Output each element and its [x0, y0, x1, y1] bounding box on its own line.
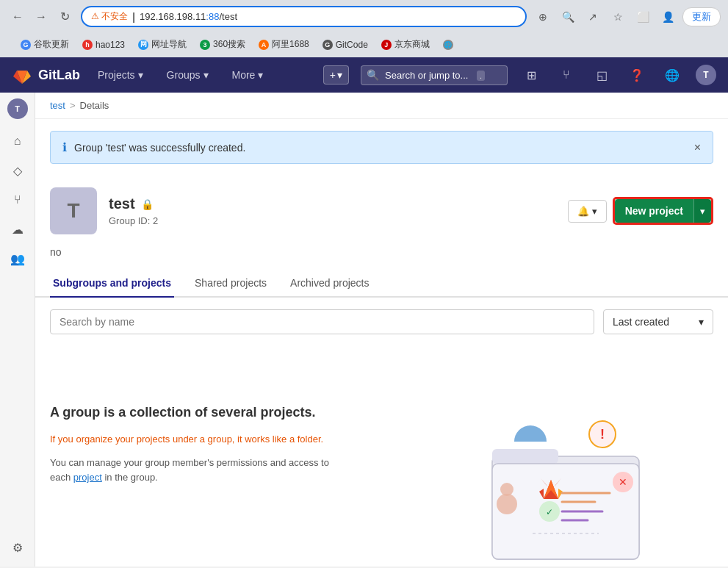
ali-icon: A	[259, 40, 269, 50]
zoom-icon[interactable]: 🔍	[558, 7, 578, 27]
svg-text:✓: ✓	[546, 507, 553, 517]
sort-chevron-icon: ▾	[699, 316, 704, 328]
google-icon: G	[21, 40, 31, 50]
empty-state-subtitle: If you organize your projects under a gr…	[50, 432, 344, 447]
gitlab-logo-icon	[12, 65, 32, 85]
address-separator: |	[132, 11, 135, 23]
svg-text:✕: ✕	[619, 476, 627, 488]
svg-rect-1	[492, 449, 558, 464]
language-icon[interactable]: 🌐	[660, 63, 684, 87]
group-avatar: T	[50, 187, 97, 234]
main-content: test > Details ℹ Group 'test' was succes…	[35, 93, 728, 567]
bookmark-google[interactable]: G 谷歌更新	[15, 36, 75, 53]
wangzhi-icon: 网	[138, 40, 148, 50]
project-link[interactable]: project	[73, 472, 102, 483]
translate-icon[interactable]: ⊕	[533, 7, 553, 27]
chevron-down-icon: ▾	[258, 69, 263, 81]
bookmark-icon[interactable]: ☆	[608, 7, 628, 27]
create-new-button[interactable]: + ▾	[323, 65, 349, 85]
split-view-icon[interactable]: ⬜	[633, 7, 653, 27]
top-navigation: GitLab Projects ▾ Groups ▾ More ▾ + ▾ 🔍 …	[0, 57, 728, 93]
tab-shared-projects[interactable]: Shared projects	[192, 270, 270, 298]
gitcode-icon: G	[322, 40, 333, 50]
tab-archived-projects[interactable]: Archived projects	[287, 270, 372, 298]
info-icon: ℹ	[62, 140, 67, 154]
nav-more[interactable]: More ▾	[226, 66, 270, 84]
bookmark-label: GitCode	[336, 40, 368, 50]
security-warning: ⚠ 不安全	[91, 10, 128, 23]
bell-icon: 🔔	[577, 206, 589, 217]
group-lock-icon: 🔒	[141, 198, 154, 210]
bookmark-wangzhi[interactable]: 网 网址导航	[132, 36, 192, 53]
alert-message: Group 'test' was successfully created.	[74, 142, 245, 154]
sidebar-deploy-icon[interactable]: ☁	[4, 216, 31, 242]
hao123-icon: h	[82, 40, 93, 50]
chevron-down-icon: ▾	[138, 69, 143, 81]
bookmark-hao123[interactable]: h hao123	[76, 37, 131, 52]
issues-icon[interactable]: ◱	[590, 63, 613, 87]
forward-button[interactable]: →	[31, 7, 51, 27]
breadcrumb-separator: >	[70, 100, 76, 111]
bookmark-360[interactable]: 3 360搜索	[194, 36, 251, 53]
alert-close-button[interactable]: ×	[694, 141, 701, 154]
svg-point-13	[500, 483, 513, 496]
nav-projects[interactable]: Projects ▾	[92, 66, 149, 84]
search-wrapper: 🔍 Search or jump to... .	[361, 65, 508, 85]
empty-state: A group is a collection of several proje…	[35, 346, 728, 567]
notification-bell-button[interactable]: 🔔 ▾	[568, 200, 607, 223]
search-shortcut-badge: .	[477, 71, 485, 81]
back-button[interactable]: ←	[7, 7, 28, 27]
chevron-down-icon: ▾	[337, 69, 342, 81]
group-name: test	[109, 195, 135, 212]
profile-icon[interactable]: 👤	[657, 7, 678, 27]
jd-icon: J	[381, 40, 392, 50]
sort-label: Last created	[613, 316, 669, 328]
globe-icon: 🌐	[443, 40, 453, 50]
tab-subgroups-projects[interactable]: Subgroups and projects	[50, 270, 174, 298]
sidebar-merge-icon[interactable]: ⑂	[4, 187, 31, 213]
port-highlight: :88	[206, 11, 219, 22]
global-search-input[interactable]: Search or jump to... .	[361, 65, 508, 85]
reload-button[interactable]: ↻	[54, 7, 75, 27]
bookmark-label: 360搜索	[213, 38, 245, 51]
svg-point-12	[497, 494, 517, 514]
sidebar-user-avatar[interactable]: T	[7, 98, 28, 119]
sort-dropdown[interactable]: Last created ▾	[603, 309, 713, 334]
merge-requests-icon[interactable]: ⑂	[555, 63, 578, 87]
svg-text:!: !	[600, 427, 605, 442]
new-project-button[interactable]: New project	[615, 199, 693, 223]
bookmark-ali[interactable]: A 阿里1688	[253, 36, 315, 53]
bookmark-gitcode[interactable]: G GitCode	[317, 37, 374, 52]
empty-desc-text-2: each project in the group.	[50, 472, 158, 483]
search-placeholder-text: Search or jump to...	[385, 70, 468, 81]
sidebar-settings-icon[interactable]: ⚙	[4, 534, 31, 561]
sidebar-home-icon[interactable]: ⌂	[4, 128, 31, 154]
search-name-input[interactable]	[50, 309, 594, 334]
success-alert: ℹ Group 'test' was successfully created.…	[50, 131, 713, 164]
group-actions: 🔔 ▾ New project ▾	[568, 197, 713, 225]
gitlab-wordmark: GitLab	[38, 68, 80, 83]
sidebar-issue-icon[interactable]: ◇	[4, 157, 31, 184]
breadcrumb-parent-link[interactable]: test	[50, 100, 65, 111]
bookmark-globe[interactable]: 🌐	[437, 37, 459, 52]
360-icon: 3	[200, 40, 210, 50]
filter-row: Last created ▾	[35, 298, 728, 346]
breadcrumb: test > Details	[35, 93, 728, 119]
bookmark-label: 京东商城	[394, 38, 430, 51]
plus-icon: +	[330, 69, 336, 81]
admin-area-icon[interactable]: ⊞	[519, 63, 543, 87]
user-avatar[interactable]: T	[696, 65, 716, 85]
breadcrumb-current: Details	[80, 100, 109, 111]
tabs-bar: Subgroups and projects Shared projects A…	[35, 270, 728, 298]
share-icon[interactable]: ↗	[583, 7, 603, 27]
bookmark-label: 阿里1688	[272, 38, 309, 51]
update-button[interactable]: 更新	[682, 7, 721, 26]
address-bar-text: 192.168.198.11:88/test	[140, 11, 516, 22]
sidebar-members-icon[interactable]: 👥	[4, 245, 31, 272]
nav-groups[interactable]: Groups ▾	[161, 66, 215, 84]
gitlab-logo[interactable]: GitLab	[12, 65, 80, 85]
group-illustration-svg: ! ✕ ✓	[433, 375, 668, 567]
help-icon[interactable]: ❓	[625, 63, 649, 87]
bookmark-jd[interactable]: J 京东商城	[375, 36, 436, 53]
new-project-dropdown-button[interactable]: ▾	[693, 199, 711, 223]
